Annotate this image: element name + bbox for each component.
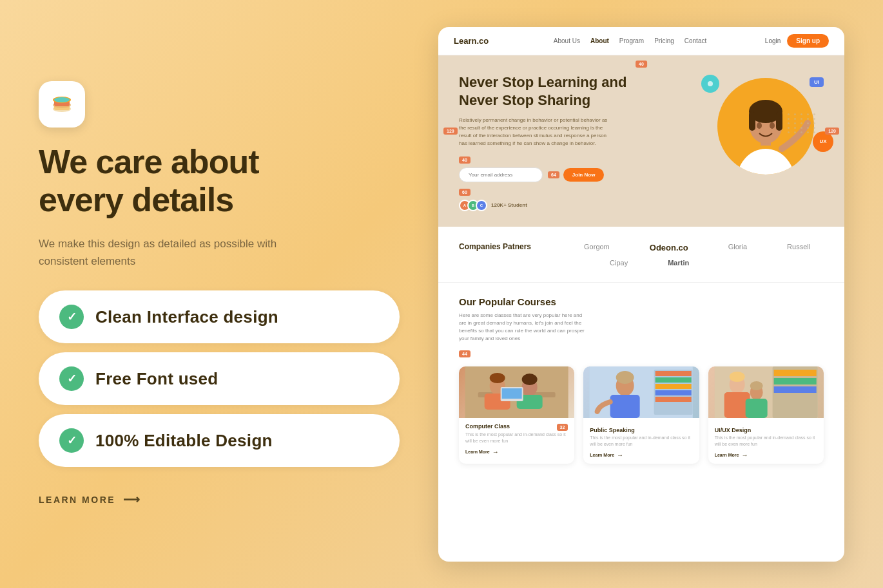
course-card-uiux: UI/UX Design This is the most popular an… — [708, 366, 824, 464]
learn-more-arrow-2: → — [617, 451, 623, 459]
companies-partners: Gorgom Odeon.co Gloria Russell Cipay Mar… — [561, 240, 824, 269]
avatar-row: A B C — [459, 200, 487, 211]
svg-rect-24 — [502, 388, 522, 399]
course-learn-more-computer[interactable]: Learn More → — [465, 448, 568, 455]
nav-login-link[interactable]: Login — [765, 37, 781, 44]
avatar-3: C — [476, 200, 487, 211]
course-desc-computer: This is the most popular and in-demand c… — [465, 432, 568, 444]
nav-contact[interactable]: Contact — [684, 37, 706, 44]
svg-rect-28 — [655, 371, 692, 376]
dim-marker-64: 64 — [548, 171, 559, 178]
companies-row: Companies Patners Gorgom Odeon.co Gloria… — [459, 240, 824, 269]
dim-row-60: 60 — [459, 189, 824, 196]
check-icon-editable — [59, 428, 84, 453]
course-badge-computer: 32 — [557, 424, 568, 431]
right-panel: Learn.co About Us About Program Pricing … — [438, 27, 844, 562]
dim-marker-40-top: 40 — [636, 61, 647, 68]
svg-rect-30 — [655, 384, 692, 389]
course-2-illustration — [583, 366, 699, 418]
companies-title: Companies Patners — [459, 240, 541, 254]
nav-pricing[interactable]: Pricing — [654, 37, 674, 44]
hero-input-row: 64 Join Now — [459, 167, 824, 182]
course-learn-more-uiux[interactable]: Learn More → — [715, 451, 817, 459]
course-name-computer: Computer Class — [465, 423, 510, 430]
hero-content: Never Stop Learning and Never Stop Shari… — [459, 73, 824, 211]
nav-about[interactable]: About — [590, 37, 609, 44]
company-cipay: Cipay — [599, 256, 638, 269]
feature-list: Clean Interface design Free Font used 10… — [39, 290, 400, 467]
learn-more-label: LEARN MORE — [39, 495, 115, 505]
course-img-uiux — [708, 366, 824, 418]
site-logo: Learn.co — [454, 36, 489, 46]
app-icon-svg — [48, 91, 75, 118]
svg-point-42 — [729, 372, 744, 382]
feature-label-editable: 100% Editable Design — [95, 431, 273, 451]
course-3-illustration — [708, 366, 824, 418]
svg-point-5 — [54, 97, 70, 102]
course-learn-more-speaking[interactable]: Learn More → — [590, 451, 692, 459]
course-name-uiux: UI/UX Design — [715, 427, 752, 433]
hero-join-button[interactable]: Join Now — [563, 168, 605, 182]
dim-row-40: 40 — [459, 156, 824, 164]
course-card-computer: Computer Class 32 This is the most popul… — [459, 366, 574, 464]
company-martin: Martin — [657, 256, 699, 269]
main-title: We care about every details — [39, 143, 400, 220]
company-russell: Russell — [777, 240, 820, 255]
nav-signup-button[interactable]: Sign up — [787, 34, 829, 48]
svg-rect-31 — [655, 390, 692, 395]
subtitle: We make this design as detailed as possi… — [39, 235, 322, 270]
main-container: We care about every details We make this… — [0, 0, 883, 588]
check-icon-font — [59, 366, 84, 391]
course-info-uiux: UI/UX Design This is the most popular an… — [708, 418, 824, 464]
courses-section: Our Popular Courses Here are some classe… — [438, 283, 844, 562]
course-info-speaking: Public Speaking This is the most popular… — [583, 418, 699, 464]
nav-program[interactable]: Program — [619, 37, 644, 44]
nav-links: About Us About Program Pricing Contact — [508, 37, 752, 44]
course-name-row: Computer Class 32 — [465, 423, 568, 432]
courses-grid: Computer Class 32 This is the most popul… — [459, 366, 824, 464]
student-count: 120K+ Student — [491, 202, 527, 208]
course-img-computer — [459, 366, 574, 418]
companies-section: Companies Patners Gorgom Odeon.co Gloria… — [438, 227, 844, 283]
svg-point-45 — [750, 381, 762, 390]
nav-actions: Login Sign up — [765, 34, 829, 48]
courses-desc: Here are some classes that are very popu… — [459, 312, 588, 343]
feature-label-font: Free Font used — [95, 369, 218, 389]
company-odeon: Odeon.co — [639, 240, 699, 255]
course-desc-uiux: This is the most popular and in-demand c… — [715, 435, 817, 448]
learn-more-arrow-1: → — [492, 448, 499, 455]
feature-item-clean-interface: Clean Interface design — [39, 290, 400, 343]
course-desc-speaking: This is the most popular and in-demand c… — [590, 435, 692, 448]
course-1-illustration — [459, 366, 574, 418]
svg-rect-39 — [773, 378, 816, 384]
learn-more-arrow-3: → — [741, 451, 748, 459]
learn-more-button[interactable]: LEARN MORE ⟶ — [39, 493, 400, 507]
hero-section: 40 120 120 Never Stop Learning and Never… — [438, 55, 844, 227]
course-info-computer: Computer Class 32 This is the most popul… — [459, 418, 574, 460]
company-gorgom: Gorgom — [574, 240, 620, 255]
svg-rect-46 — [745, 399, 767, 418]
course-img-speaking — [583, 366, 699, 418]
svg-point-34 — [616, 371, 634, 384]
left-panel: We care about every details We make this… — [39, 81, 400, 507]
feature-item-editable: 100% Editable Design — [39, 414, 400, 467]
nav-about-us[interactable]: About Us — [554, 37, 580, 44]
svg-rect-40 — [773, 386, 816, 393]
app-icon — [39, 81, 85, 128]
svg-rect-38 — [773, 370, 816, 376]
courses-title: Our Popular Courses — [459, 296, 824, 308]
hero-desc: Relatively permanent change in behavior … — [459, 117, 614, 147]
hero-students: A B C 120K+ Student — [459, 200, 824, 211]
site-nav: Learn.co About Us About Program Pricing … — [438, 27, 844, 55]
course-name-speaking: Public Speaking — [590, 427, 635, 433]
company-gloria: Gloria — [718, 240, 757, 255]
feature-item-free-font: Free Font used — [39, 352, 400, 405]
hero-email-input[interactable] — [459, 167, 543, 182]
course-card-speaking: Public Speaking This is the most popular… — [583, 366, 699, 464]
svg-point-18 — [490, 373, 505, 383]
hero-title: Never Stop Learning and Never Stop Shari… — [459, 73, 639, 110]
check-icon-clean — [59, 305, 84, 329]
courses-header: Our Popular Courses Here are some classe… — [459, 296, 824, 343]
companies-row-2: Cipay Martin — [561, 256, 824, 269]
svg-point-21 — [522, 374, 538, 385]
